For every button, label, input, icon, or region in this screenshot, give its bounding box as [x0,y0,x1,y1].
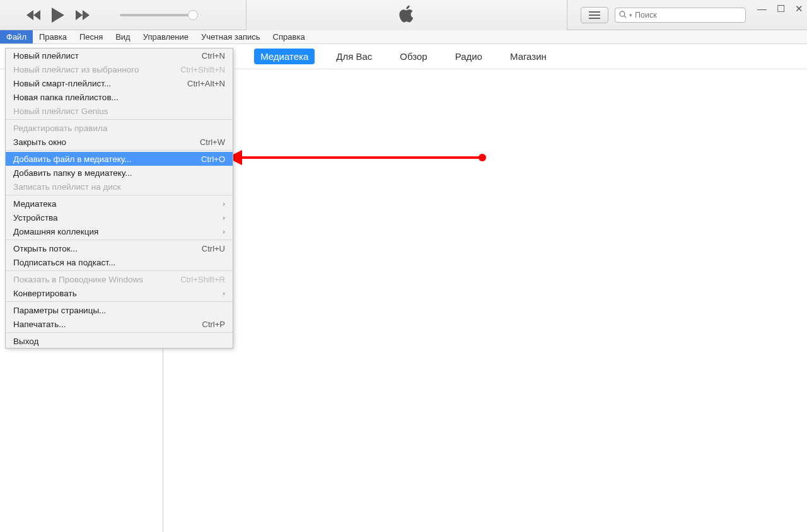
menu-file[interactable]: Файл [0,30,33,43]
menu-item-открыть-поток[interactable]: Открыть поток...Ctrl+U [6,241,233,255]
menu-item-label: Записать плейлист на диск [13,182,121,192]
menu-item-устройства[interactable]: Устройства› [6,211,233,224]
menu-item-label: Выход [13,337,38,346]
menu-item-label: Параметры страницы... [13,306,106,315]
menu-item-label: Домашняя коллекция [13,227,98,236]
chevron-right-icon: › [223,228,225,235]
menu-item-label: Медиатека [13,199,57,209]
menu-item-label: Добавить папку в медиатеку... [13,168,132,178]
menu-item-подписаться-на-подкаст[interactable]: Подписаться на подкаст... [6,255,233,269]
menu-item-новый-плейлист-genius: Новый плейлист Genius [6,104,233,118]
right-controls: ▾ — ☐ ✕ [581,0,803,30]
menu-item-shortcut: Ctrl+Alt+N [187,79,225,88]
menu-item-label: Устройства [13,213,58,223]
menu-separator [6,301,233,302]
menu-separator [6,119,233,120]
menu-item-shortcut: Ctrl+U [202,244,225,253]
menu-item-напечатать[interactable]: Напечатать...Ctrl+P [6,317,233,331]
menu-item-конвертировать[interactable]: Конвертировать› [6,286,233,300]
menu-item-label: Новый плейлист из выбранного [13,65,139,74]
tab-radio[interactable]: Радио [449,49,489,64]
menu-item-shortcut: Ctrl+Shift+N [180,65,225,74]
menu-item-label: Показать в Проводнике Windows [13,275,143,284]
svg-point-0 [620,11,625,16]
menu-separator [6,150,233,151]
window-controls: — ☐ ✕ [757,3,803,14]
menu-item-label: Конвертировать [13,289,77,298]
menubar: Файл Правка Песня Вид Управление Учетная… [0,30,807,44]
menu-item-новый-плейлист[interactable]: Новый плейлистCtrl+N [6,49,233,62]
playback-controls [26,8,195,23]
chevron-right-icon: › [223,200,225,207]
tab-for-you[interactable]: Для Вас [330,49,378,64]
menu-help[interactable]: Справка [267,30,311,43]
menu-item-label: Добавить файл в медиатеку... [13,154,132,164]
menu-item-label: Закрыть окно [13,137,66,147]
menu-view[interactable]: Вид [109,30,137,43]
menu-separator [6,332,233,333]
tab-store[interactable]: Магазин [504,49,553,64]
apple-logo-icon [398,4,415,26]
menu-item-редактировать-правила: Редактировать правила [6,121,233,135]
menu-item-добавить-папку-в-медиатеку[interactable]: Добавить папку в медиатеку... [6,166,233,180]
menu-edit[interactable]: Правка [33,30,73,43]
search-box[interactable]: ▾ [615,8,746,23]
menu-item-label: Редактировать правила [13,124,107,133]
search-icon [619,11,627,20]
menu-item-shortcut: Ctrl+O [201,154,225,164]
menu-item-закрыть-окно[interactable]: Закрыть окноCtrl+W [6,135,233,149]
chevron-right-icon: › [223,289,225,297]
play-icon[interactable] [52,8,64,23]
menu-item-записать-плейлист-на-диск: Записать плейлист на диск [6,180,233,194]
menu-item-домашняя-коллекция[interactable]: Домашняя коллекция› [6,224,233,238]
menu-item-shortcut: Ctrl+N [202,51,225,61]
menu-item-label: Новый смарт-плейлист... [13,79,111,88]
volume-thumb[interactable] [188,10,198,20]
menu-item-label: Новый плейлист Genius [13,107,108,116]
menu-separator [6,195,233,195]
menu-item-добавить-файл-в-медиатеку[interactable]: Добавить файл в медиатеку...Ctrl+O [6,152,233,166]
tab-library[interactable]: Медиатека [254,49,315,64]
volume-slider[interactable] [120,14,195,16]
next-icon[interactable] [76,10,90,20]
menu-item-label: Новая папка плейлистов... [13,93,119,102]
menu-separator [6,270,233,271]
menu-item-shortcut: Ctrl+Shift+R [180,275,225,284]
maximize-icon[interactable]: ☐ [777,3,785,14]
now-playing-display [246,0,567,30]
menu-item-shortcut: Ctrl+W [200,137,225,147]
search-dropdown-icon[interactable]: ▾ [629,12,632,18]
menu-item-выход[interactable]: Выход [6,334,233,348]
menu-item-показать-в-проводнике-windows: Показать в Проводнике WindowsCtrl+Shift+… [6,272,233,286]
minimize-icon[interactable]: — [757,3,767,14]
menu-item-shortcut: Ctrl+P [202,320,225,329]
svg-line-1 [624,16,626,18]
annotation-arrow [238,156,483,159]
menu-separator [6,240,233,240]
menu-item-медиатека[interactable]: Медиатека› [6,197,233,211]
search-input[interactable] [635,11,741,20]
menu-item-label: Подписаться на подкаст... [13,258,115,267]
menu-song[interactable]: Песня [73,30,109,43]
menu-controls[interactable]: Управление [137,30,195,43]
previous-icon[interactable] [26,10,40,20]
chevron-right-icon: › [223,214,225,221]
titlebar: ▾ — ☐ ✕ [0,0,807,30]
menu-item-параметры-страницы[interactable]: Параметры страницы... [6,303,233,317]
close-icon[interactable]: ✕ [795,3,803,14]
menu-item-label: Напечатать... [13,320,66,329]
menu-item-label: Новый плейлист [13,51,79,61]
menu-item-новый-смарт-плейлист[interactable]: Новый смарт-плейлист...Ctrl+Alt+N [6,76,233,90]
menu-account[interactable]: Учетная запись [195,30,267,43]
file-menu-dropdown: Новый плейлистCtrl+NНовый плейлист из вы… [5,48,233,349]
list-view-button[interactable] [581,7,608,23]
menu-item-новый-плейлист-из-выбранного: Новый плейлист из выбранногоCtrl+Shift+N [6,62,233,76]
menu-item-label: Открыть поток... [13,244,78,253]
tab-browse[interactable]: Обзор [393,49,433,64]
menu-item-новая-папка-плейлистов[interactable]: Новая папка плейлистов... [6,90,233,104]
